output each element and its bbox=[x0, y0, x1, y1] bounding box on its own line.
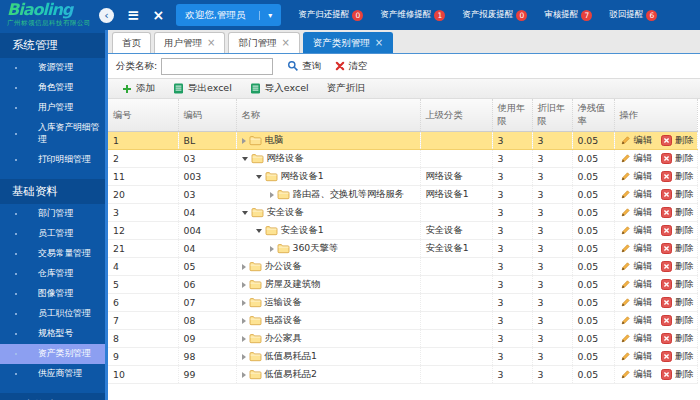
tree-expand-icon[interactable] bbox=[242, 300, 246, 306]
header-nav-item[interactable]: 资产维修提醒1 bbox=[380, 9, 445, 21]
tree-expand-icon[interactable] bbox=[242, 138, 246, 144]
sidebar-item[interactable]: 打印明细管理 bbox=[0, 150, 105, 170]
edit-button[interactable]: 编辑 bbox=[620, 206, 653, 219]
edit-button[interactable]: 编辑 bbox=[620, 260, 653, 273]
delete-button[interactable]: 删除 bbox=[661, 242, 694, 255]
tab-close-icon[interactable]: × bbox=[281, 38, 289, 48]
table-row[interactable]: 304安全设备330.05编辑删除 bbox=[108, 204, 697, 222]
tab-close-icon[interactable]: × bbox=[207, 38, 215, 48]
tree-expand-icon[interactable] bbox=[242, 318, 246, 324]
menu-icon[interactable]: ≡ bbox=[127, 8, 140, 23]
tab-item[interactable]: 部门管理× bbox=[228, 32, 299, 53]
delete-button[interactable]: 删除 bbox=[661, 278, 694, 291]
sidebar-item[interactable]: 资产类别管理 bbox=[0, 344, 105, 364]
delete-icon bbox=[661, 297, 672, 308]
delete-button[interactable]: 删除 bbox=[661, 332, 694, 345]
delete-button[interactable]: 删除 bbox=[661, 188, 694, 201]
toolbar-button[interactable]: 导入excel bbox=[241, 79, 318, 98]
edit-button[interactable]: 编辑 bbox=[620, 134, 653, 147]
edit-button[interactable]: 编辑 bbox=[620, 332, 653, 345]
sidebar-item[interactable]: 资源管理 bbox=[0, 58, 105, 78]
tree-collapse-icon[interactable] bbox=[242, 211, 248, 215]
sidebar-item[interactable]: 供应商管理 bbox=[0, 364, 105, 384]
table-row[interactable]: 809办公家具330.05编辑删除 bbox=[108, 330, 697, 348]
table-row[interactable]: 12004安全设备1安全设备330.05编辑删除 bbox=[108, 222, 697, 240]
cell-residual-rate: 0.05 bbox=[572, 222, 614, 240]
user-menu-button[interactable]: 欢迎您,管理员 ▾ bbox=[176, 4, 281, 26]
edit-button[interactable]: 编辑 bbox=[620, 278, 653, 291]
category-name-input[interactable] bbox=[161, 58, 273, 75]
sidebar-item[interactable]: 角色管理 bbox=[0, 78, 105, 98]
delete-button[interactable]: 删除 bbox=[661, 152, 694, 165]
table-row[interactable]: 1BL电脑330.05编辑删除 bbox=[108, 132, 697, 150]
tree-expand-icon[interactable] bbox=[242, 264, 246, 270]
tab-item[interactable]: 首页 bbox=[112, 32, 151, 53]
category-name-label: 分类名称: bbox=[116, 60, 157, 73]
tree-expand-icon[interactable] bbox=[270, 192, 274, 198]
clear-button[interactable]: 清空 bbox=[335, 60, 367, 73]
delete-button[interactable]: 删除 bbox=[661, 368, 694, 381]
toolbar-button[interactable]: 添加 bbox=[113, 79, 164, 98]
edit-button[interactable]: 编辑 bbox=[620, 314, 653, 327]
table-row[interactable]: 11003网络设备1网络设备330.05编辑删除 bbox=[108, 168, 697, 186]
tree-expand-icon[interactable] bbox=[242, 354, 246, 360]
tab-item[interactable]: 用户管理× bbox=[154, 32, 225, 53]
header-nav-item[interactable]: 资产报废提醒0 bbox=[462, 9, 527, 21]
tree-expand-icon[interactable] bbox=[242, 372, 246, 378]
edit-button[interactable]: 编辑 bbox=[620, 170, 653, 183]
edit-button[interactable]: 编辑 bbox=[620, 350, 653, 363]
cell-parent-category bbox=[420, 330, 492, 348]
table-row[interactable]: 405办公设备330.05编辑删除 bbox=[108, 258, 697, 276]
edit-button[interactable]: 编辑 bbox=[620, 152, 653, 165]
edit-button[interactable]: 编辑 bbox=[620, 296, 653, 309]
sidebar-item[interactable]: 仓库管理 bbox=[0, 264, 105, 284]
sidebar-item[interactable]: 员工管理 bbox=[0, 224, 105, 244]
tree-expand-icon[interactable] bbox=[242, 282, 246, 288]
cell-parent-category bbox=[420, 366, 492, 384]
edit-button[interactable]: 编辑 bbox=[620, 368, 653, 381]
delete-button[interactable]: 删除 bbox=[661, 296, 694, 309]
delete-button[interactable]: 删除 bbox=[661, 314, 694, 327]
sidebar-collapse-icon[interactable]: ‹ bbox=[99, 8, 114, 23]
table-row[interactable]: 2003路由器、交换机等网络服务网络设备1330.05编辑删除 bbox=[108, 186, 697, 204]
folder-icon bbox=[265, 225, 278, 236]
table-row[interactable]: 506房屋及建筑物330.05编辑删除 bbox=[108, 276, 697, 294]
table-row[interactable]: 998低值易耗品1330.05编辑删除 bbox=[108, 348, 697, 366]
close-tabs-icon[interactable]: × bbox=[153, 8, 165, 22]
toolbar-button[interactable]: 资产折旧 bbox=[318, 79, 374, 98]
header-nav-item[interactable]: 驳回提醒6 bbox=[609, 9, 657, 21]
tab-active[interactable]: 资产类别管理× bbox=[303, 32, 393, 53]
delete-button[interactable]: 删除 bbox=[661, 134, 694, 147]
delete-button[interactable]: 删除 bbox=[661, 170, 694, 183]
tree-expand-icon[interactable] bbox=[242, 336, 246, 342]
sidebar-item[interactable]: 入库资产明细管理 bbox=[0, 118, 105, 150]
sidebar-item[interactable]: 员工职位管理 bbox=[0, 304, 105, 324]
tree-collapse-icon[interactable] bbox=[242, 157, 248, 161]
sidebar-item[interactable]: 图像管理 bbox=[0, 284, 105, 304]
table-row[interactable]: 2104360天擎等安全设备1330.05编辑删除 bbox=[108, 240, 697, 258]
header-nav-item[interactable]: 资产归还提醒0 bbox=[298, 9, 363, 21]
tree-collapse-icon[interactable] bbox=[256, 175, 262, 179]
table-row[interactable]: 1099低值易耗品2330.05编辑删除 bbox=[108, 366, 697, 384]
delete-button[interactable]: 删除 bbox=[661, 260, 694, 273]
edit-button[interactable]: 编辑 bbox=[620, 188, 653, 201]
table-row[interactable]: 203网络设备330.05编辑删除 bbox=[108, 150, 697, 168]
tab-close-icon[interactable]: × bbox=[375, 38, 383, 48]
header-nav-item[interactable]: 审核提醒7 bbox=[544, 9, 592, 21]
sidebar-item[interactable]: 规格型号 bbox=[0, 324, 105, 344]
edit-button[interactable]: 编辑 bbox=[620, 242, 653, 255]
table-row[interactable]: 708电器设备330.05编辑删除 bbox=[108, 312, 697, 330]
delete-button[interactable]: 删除 bbox=[661, 350, 694, 363]
toolbar-button[interactable]: 导出excel bbox=[164, 79, 241, 98]
sidebar-item[interactable]: 部门管理 bbox=[0, 204, 105, 224]
cell-use-years: 3 bbox=[492, 240, 532, 258]
tree-collapse-icon[interactable] bbox=[256, 229, 262, 233]
tree-expand-icon[interactable] bbox=[270, 246, 274, 252]
table-row[interactable]: 607运输设备330.05编辑删除 bbox=[108, 294, 697, 312]
sidebar-item[interactable]: 用户管理 bbox=[0, 98, 105, 118]
edit-button[interactable]: 编辑 bbox=[620, 224, 653, 237]
sidebar-item[interactable]: 交易常量管理 bbox=[0, 244, 105, 264]
delete-button[interactable]: 删除 bbox=[661, 224, 694, 237]
delete-button[interactable]: 删除 bbox=[661, 206, 694, 219]
search-button[interactable]: 查询 bbox=[287, 60, 321, 73]
